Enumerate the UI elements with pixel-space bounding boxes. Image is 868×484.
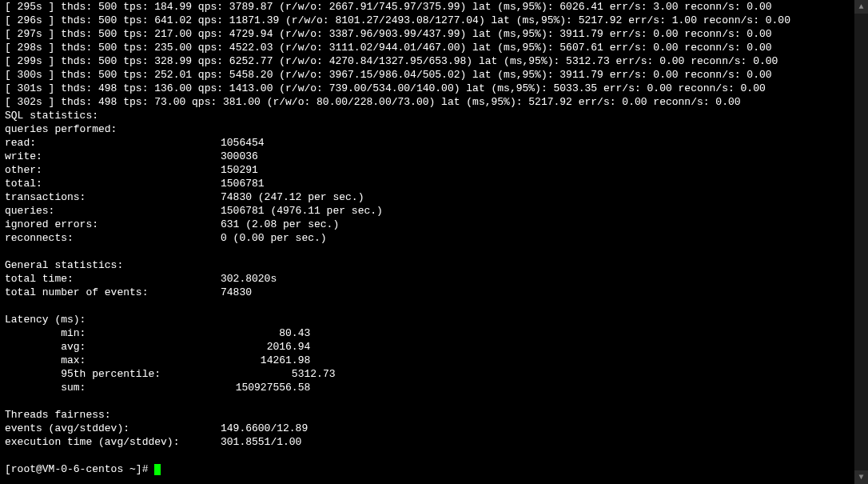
- total-label: total:: [5, 177, 221, 190]
- terminal-window[interactable]: [ 295s ] thds: 500 tps: 184.99 qps: 3789…: [0, 0, 868, 484]
- other-value: 150291: [221, 163, 258, 177]
- queries-label: queries:: [5, 204, 221, 218]
- queries-value: 1506781 (4976.11 per sec.): [221, 204, 383, 218]
- progress-line: [ 299s ] thds: 500 tps: 328.99 qps: 6252…: [0, 54, 868, 68]
- shell-prompt[interactable]: [root@VM-0-6-centos ~]#: [5, 463, 154, 475]
- read-label: read:: [5, 136, 221, 150]
- progress-line: [ 295s ] thds: 500 tps: 184.99 qps: 3789…: [0, 0, 868, 14]
- reconnects-value: 0 (0.00 per sec.): [221, 231, 327, 245]
- latency-section-header: Latency (ms):: [0, 313, 868, 326]
- queries-performed-label: queries performed:: [0, 122, 868, 136]
- total-events-label: total number of events:: [5, 286, 221, 299]
- latency-sum-label: sum:: [5, 382, 86, 394]
- general-section-header: General statistics:: [0, 258, 868, 272]
- latency-p95-value: 5312.73: [161, 368, 335, 380]
- latency-max-label: max:: [5, 354, 86, 366]
- sql-section-header: SQL statistics:: [0, 109, 868, 122]
- other-label: other:: [5, 163, 221, 177]
- transactions-label: transactions:: [5, 190, 221, 204]
- scrollbar[interactable]: ▲ ▼: [854, 0, 868, 484]
- latency-sum-value: 150927556.58: [86, 382, 310, 394]
- fairness-exec-value: 301.8551/1.00: [221, 435, 301, 449]
- total-time-label: total time:: [5, 272, 221, 286]
- progress-line: [ 296s ] thds: 500 tps: 641.02 qps: 1187…: [0, 14, 868, 27]
- fairness-events-label: events (avg/stddev):: [5, 422, 221, 435]
- write-label: write:: [5, 150, 221, 163]
- ignored-errors-label: ignored errors:: [5, 218, 221, 231]
- latency-min-value: 80.43: [86, 327, 310, 339]
- progress-line: [ 300s ] thds: 500 tps: 252.01 qps: 5458…: [0, 68, 868, 82]
- progress-line: [ 302s ] thds: 498 tps: 73.00 qps: 381.0…: [0, 95, 868, 109]
- total-events-value: 74830: [221, 286, 252, 299]
- progress-line: [ 297s ] thds: 500 tps: 217.00 qps: 4729…: [0, 27, 868, 41]
- total-time-value: 302.8020s: [221, 272, 277, 286]
- latency-avg-label: avg:: [5, 341, 86, 353]
- progress-line: [ 301s ] thds: 498 tps: 136.00 qps: 1413…: [0, 82, 868, 95]
- ignored-errors-value: 631 (2.08 per sec.): [221, 218, 339, 231]
- write-value: 300036: [221, 150, 258, 163]
- transactions-value: 74830 (247.12 per sec.): [221, 190, 364, 204]
- scroll-down-button[interactable]: ▼: [854, 470, 868, 484]
- read-value: 1056454: [221, 136, 265, 150]
- latency-p95-label: 95th percentile:: [5, 368, 161, 380]
- reconnects-label: reconnects:: [5, 231, 221, 245]
- fairness-section-header: Threads fairness:: [0, 408, 868, 422]
- scroll-up-button[interactable]: ▲: [854, 0, 868, 14]
- fairness-events-value: 149.6600/12.89: [221, 422, 308, 435]
- fairness-exec-label: execution time (avg/stddev):: [5, 435, 221, 449]
- latency-min-label: min:: [5, 327, 86, 339]
- cursor-icon: [154, 464, 161, 475]
- latency-max-value: 14261.98: [86, 354, 310, 366]
- total-value: 1506781: [221, 177, 265, 190]
- latency-avg-value: 2016.94: [86, 341, 310, 353]
- progress-line: [ 298s ] thds: 500 tps: 235.00 qps: 4522…: [0, 41, 868, 54]
